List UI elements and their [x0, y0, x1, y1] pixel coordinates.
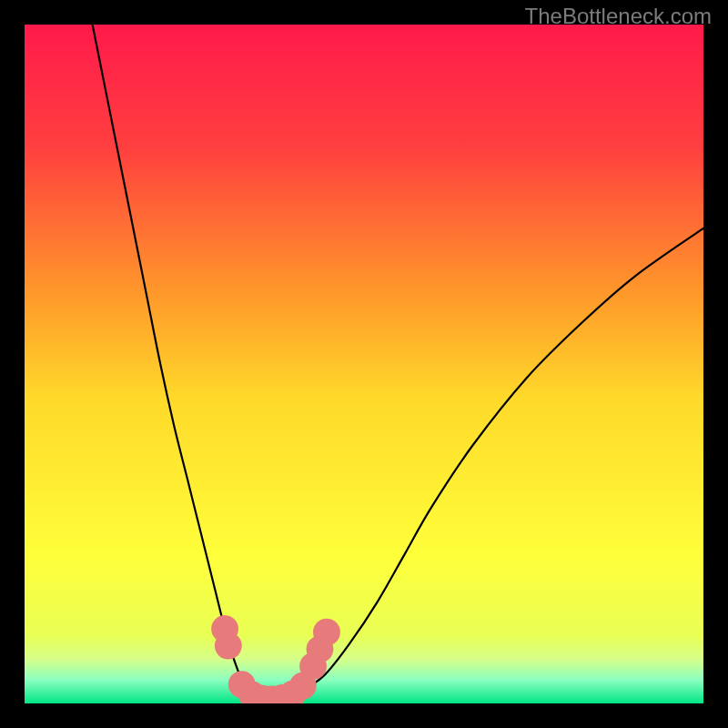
chart-svg	[25, 25, 703, 703]
chart-frame: TheBottleneck.com	[0, 0, 728, 728]
marker-dot	[313, 619, 340, 646]
gradient-background	[25, 25, 703, 703]
marker-dot	[215, 632, 242, 660]
chart-plot-area	[25, 25, 703, 703]
watermark-text: TheBottleneck.com	[525, 4, 712, 29]
